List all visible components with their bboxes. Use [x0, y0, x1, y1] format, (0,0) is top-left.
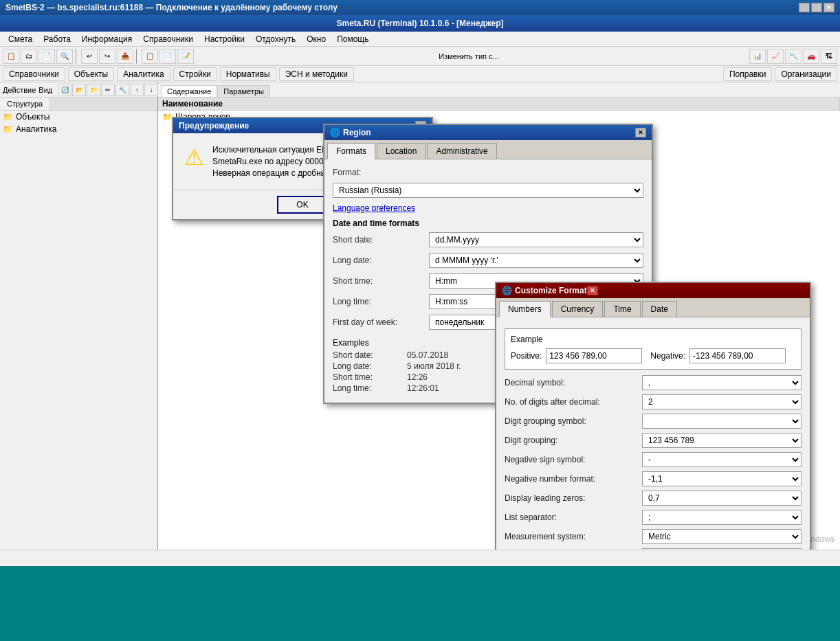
sidebar-toolbar-6[interactable]: ↑	[130, 84, 144, 96]
view-menu[interactable]: Вид	[38, 86, 52, 94]
main-toolbar: 📋 🗂 📄 🔍 ↩ ↪ 📥 📋 📄 📝 Изменить тип с... 📊 …	[0, 47, 840, 66]
negative-sign-select[interactable]: -	[642, 452, 802, 467]
warning-ok-btn[interactable]: OK	[277, 196, 329, 214]
decimal-symbol-label: Decimal symbol:	[505, 378, 642, 387]
menu-otdohnut[interactable]: Отдохнуть	[250, 33, 301, 45]
decimal-symbol-select[interactable]: ,	[642, 375, 802, 390]
toolbar-btn-9[interactable]: 📄	[159, 49, 176, 64]
digit-grouping-select[interactable]: 123 456 789	[642, 433, 802, 448]
example-box: Example Positive: Negative:	[505, 328, 802, 370]
list-separator-label: List separator:	[505, 513, 642, 522]
customize-title: Customize Format	[515, 286, 587, 295]
digit-grouping-symbol-row: Digit grouping symbol:	[505, 414, 802, 429]
measurement-system-select[interactable]: Metric	[642, 529, 802, 544]
tab-currency[interactable]: Currency	[552, 301, 604, 317]
toolbar-btn-2[interactable]: 🗂	[21, 49, 37, 64]
ex-val-2: 12:26	[407, 372, 428, 382]
format-select[interactable]: Russian (Russia)	[333, 183, 643, 198]
region-titlebar: 🌐 Region ✕	[324, 125, 652, 140]
menu-sprav[interactable]: Справочники	[137, 33, 199, 45]
toolbar-btn-r5[interactable]: 🏗	[821, 49, 837, 64]
customize-dialog: 🌐 Customize Format ✕ Numbers Currency Ti…	[495, 282, 811, 550]
toolbar-btn-6[interactable]: ↪	[99, 49, 115, 64]
positive-input[interactable]	[546, 348, 642, 363]
tree-item-analitika[interactable]: 📁 Аналитика	[0, 123, 157, 135]
region-title: Region	[343, 128, 635, 137]
toolbar-btn-5[interactable]: ↩	[81, 49, 98, 64]
table-header: Наименование	[158, 98, 840, 111]
tab-parametry[interactable]: Параметры	[217, 85, 270, 97]
menu-pomosh[interactable]: Помощь	[331, 33, 374, 45]
sec-btn-obekty[interactable]: Объекты	[68, 67, 115, 81]
remote-titlebar: SmetBS-2 — bs.specialist.ru:61188 — Подк…	[0, 0, 840, 15]
long-date-select[interactable]: d MMMM yyyy 'г.'	[429, 253, 643, 268]
first-day-label: First day of week:	[333, 317, 429, 327]
toolbar-btn-3[interactable]: 📄	[38, 49, 55, 64]
toolbar-btn-8[interactable]: 📋	[142, 49, 158, 64]
warning-icon: ⚠	[184, 144, 204, 179]
customize-close-btn[interactable]: ✕	[587, 286, 598, 295]
negative-input[interactable]	[689, 348, 786, 363]
sidebar-toolbar-2[interactable]: 📂	[72, 84, 86, 96]
language-pref-link[interactable]: Language preferences	[333, 203, 643, 213]
menu-okno[interactable]: Окно	[301, 33, 331, 45]
tree-label-analitika: Аналитика	[16, 124, 56, 134]
main-area: Действие Вид 🔃 📂 📁 ✏ 🔧 ↑ ↓ Структура 📁 О…	[0, 82, 840, 550]
tab-administrative[interactable]: Administrative	[427, 143, 496, 159]
toolbar-btn-4[interactable]: 🔍	[56, 49, 73, 64]
tab-time[interactable]: Time	[604, 301, 640, 317]
menu-smeta[interactable]: Смета	[3, 33, 38, 45]
digit-grouping-symbol-select[interactable]	[642, 414, 802, 429]
menu-nastroyki[interactable]: Настройки	[199, 33, 250, 45]
long-time-label: Long time:	[333, 297, 429, 306]
toolbar-btn-1[interactable]: 📋	[3, 49, 19, 64]
region-close-btn[interactable]: ✕	[635, 128, 646, 137]
minimize-btn[interactable]: _	[799, 3, 810, 12]
tab-numbers[interactable]: Numbers	[499, 301, 551, 317]
sec-btn-esn[interactable]: ЭСН и методики	[279, 67, 354, 81]
toolbar-btn-r4[interactable]: 🚗	[803, 49, 819, 64]
toolbar-change-type: Изменить тип с...	[439, 52, 499, 60]
tree-item-obekty[interactable]: 📁 Объекты	[0, 111, 157, 123]
sec-btn-analitika[interactable]: Аналитика	[117, 67, 170, 81]
sidebar-toolbar-5[interactable]: 🔧	[115, 84, 129, 96]
sec-btn-popravki[interactable]: Поправки	[723, 67, 772, 81]
menu-rabota[interactable]: Работа	[38, 33, 76, 45]
negative-group: Negative:	[650, 348, 786, 363]
example-box-title: Example	[511, 335, 795, 344]
settings-grid: Decimal symbol: , No. of digits after de…	[505, 375, 802, 550]
sec-btn-stroyki[interactable]: Стройки	[173, 67, 217, 81]
menu-info[interactable]: Информация	[76, 33, 137, 45]
datetime-section: Date and time formats	[333, 218, 643, 228]
toolbar-btn-r2[interactable]: 📈	[767, 49, 784, 64]
tab-date[interactable]: Date	[642, 301, 677, 317]
action-menu[interactable]: Действие	[3, 86, 36, 94]
tab-location[interactable]: Location	[377, 143, 425, 159]
decimal-symbol-row: Decimal symbol: ,	[505, 375, 802, 390]
sidebar-toolbar-1[interactable]: 🔃	[58, 84, 71, 96]
tab-formats[interactable]: Formats	[327, 143, 375, 159]
leading-zeros-select[interactable]: 0,7	[642, 491, 802, 506]
long-date-row: Long date: d MMMM yyyy 'г.'	[333, 253, 643, 268]
status-bar	[0, 550, 840, 566]
sec-btn-sprav[interactable]: Справочники	[3, 67, 65, 81]
close-btn[interactable]: ✕	[824, 3, 835, 12]
standard-digits-select[interactable]: 0123456789	[642, 548, 802, 550]
sidebar-tab-structure[interactable]: Структура	[0, 98, 50, 110]
toolbar-btn-r1[interactable]: 📊	[749, 49, 766, 64]
sec-btn-org[interactable]: Организации	[775, 67, 837, 81]
sec-btn-normativy[interactable]: Нормативы	[220, 67, 276, 81]
toolbar-btn-10[interactable]: 📝	[177, 49, 194, 64]
sidebar-toolbar-3[interactable]: 📁	[87, 84, 100, 96]
toolbar-btn-7[interactable]: 📥	[117, 49, 133, 64]
digit-grouping-symbol-label: Digit grouping symbol:	[505, 416, 642, 426]
sidebar-toolbar-4[interactable]: ✏	[101, 84, 115, 96]
toolbar-btn-r3[interactable]: 📉	[785, 49, 802, 64]
sidebar-toolbar-7[interactable]: ↓	[144, 84, 158, 96]
maximize-btn[interactable]: □	[811, 3, 822, 12]
list-separator-select[interactable]: ;	[642, 510, 802, 525]
short-date-select[interactable]: dd.MM.yyyy	[429, 232, 643, 247]
digits-after-decimal-select[interactable]: 2	[642, 394, 802, 409]
neg-number-format-select[interactable]: -1,1	[642, 471, 802, 486]
tab-soderzhanie[interactable]: Содержание	[161, 85, 217, 97]
